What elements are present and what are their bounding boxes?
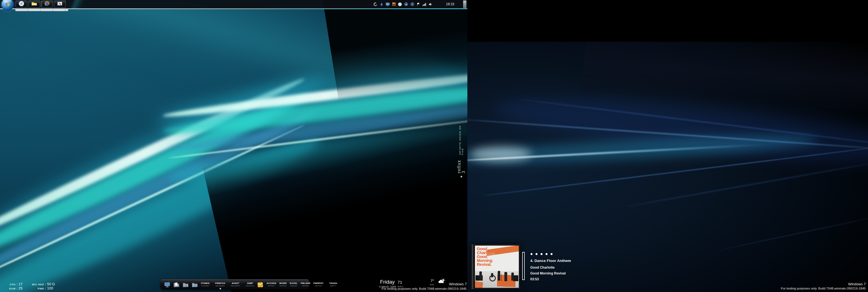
album-art[interactable]: GoodCharlotte.GoodMorningRevival. bbox=[471, 245, 520, 289]
track-title: 4. Dance Floor Anthem bbox=[530, 259, 571, 263]
weather-temperature: 7° bbox=[431, 279, 434, 283]
taskbar-button-explorer[interactable] bbox=[28, 1, 40, 8]
dock-item-powerpoint[interactable]: PWRPNTOFFICE bbox=[313, 282, 323, 287]
dock-item-label: ITUNES bbox=[201, 282, 210, 285]
dock-item-avast[interactable]: AVASTSECURITY bbox=[230, 282, 241, 287]
track-duration: 03:53 bbox=[530, 277, 571, 281]
taskbar-button-firefox[interactable] bbox=[41, 1, 53, 8]
band-silhouette bbox=[512, 272, 514, 281]
dock-item-word[interactable]: WORDOFFICE bbox=[279, 282, 287, 287]
stat-row: RAM|25PWR|100 bbox=[3, 286, 57, 290]
dock-item-firefox[interactable]: FIREFOXINTERNET bbox=[215, 282, 226, 287]
dock-item-label: EXCEL bbox=[290, 282, 298, 285]
stat-value: 25 bbox=[19, 286, 28, 290]
band-silhouette bbox=[501, 274, 502, 281]
date-day: Friday bbox=[380, 279, 395, 285]
taskbar-rim bbox=[0, 8, 467, 9]
rating-dot[interactable] bbox=[535, 253, 537, 255]
dock-item-sublabel: EMPTY bbox=[330, 285, 336, 287]
dock-item-apps-folder[interactable] bbox=[182, 280, 189, 289]
dock-item-trash[interactable]: TRASHEMPTY bbox=[329, 282, 338, 287]
dock-item-sublabel: INTERNET bbox=[216, 285, 225, 287]
stat-row: CPU|17Win HDD|50 G bbox=[3, 282, 57, 286]
dock-item-label: GIMP bbox=[247, 282, 253, 285]
dock-item-itunes[interactable]: ITUNESPLAYER bbox=[200, 282, 210, 287]
album-case-spine bbox=[471, 245, 475, 289]
svg-text:♪: ♪ bbox=[20, 2, 22, 6]
rating-dot[interactable] bbox=[546, 253, 548, 255]
dock-item-label: FIREFOX bbox=[215, 282, 225, 285]
clock[interactable]: 19:15 bbox=[443, 0, 457, 8]
svg-text:♪: ♪ bbox=[399, 3, 401, 6]
dock-item-excel[interactable]: EXCELOFFICE bbox=[289, 282, 298, 287]
stat-label: PWR bbox=[28, 287, 44, 290]
tray-volume-icon[interactable] bbox=[428, 2, 433, 6]
windows-watermark-build: For testing purposes only. Build 7048.wi… bbox=[781, 287, 866, 290]
tray-now-playing-album-icon[interactable] bbox=[392, 2, 396, 6]
dock-item-outlook[interactable] bbox=[257, 280, 264, 289]
stat-value: 17 bbox=[19, 282, 28, 286]
windows-watermark-os: Windows 7 bbox=[848, 282, 866, 286]
rating-dots[interactable] bbox=[530, 253, 571, 255]
firefox-icon bbox=[44, 1, 50, 8]
tray-display-icon[interactable] bbox=[385, 2, 390, 6]
svg-text:♪: ♪ bbox=[194, 283, 196, 287]
taskbar-button-seven-zip[interactable]: 7z bbox=[54, 1, 66, 8]
dock-item-sublabel: OFFICE bbox=[280, 285, 286, 287]
band-silhouette bbox=[498, 271, 500, 281]
dock-item-sublabel: OFFICE bbox=[315, 285, 322, 287]
track-album: Good Morning Revival bbox=[530, 271, 571, 275]
svg-text:7z: 7z bbox=[58, 2, 61, 5]
tray-badge-a-icon[interactable]: a bbox=[404, 2, 408, 6]
stat-value: 50 G bbox=[47, 282, 57, 286]
dock-item-publisher[interactable]: PBLSHROFFICE bbox=[301, 282, 311, 287]
dock-item-documents-folder[interactable] bbox=[173, 280, 180, 289]
rating-dot[interactable] bbox=[551, 253, 553, 255]
dock-item-sublabel: OFFICE bbox=[268, 285, 275, 287]
taskbar[interactable]: ♪7z ♪ai 19:15 bbox=[0, 0, 467, 8]
album-cover-orange-block bbox=[475, 281, 483, 288]
dock-item-sublabel: OFFICE bbox=[290, 285, 297, 287]
explorer-icon bbox=[31, 1, 37, 8]
taskbar-button-itunes[interactable]: ♪ bbox=[16, 1, 27, 8]
stat-value: 100 bbox=[47, 286, 57, 290]
stat-label: RAM bbox=[3, 287, 16, 290]
track-artist: Good Charlotte bbox=[530, 266, 571, 269]
album-cover: GoodCharlotte.GoodMorningRevival. bbox=[475, 246, 519, 288]
stat-label: Win HDD bbox=[28, 283, 44, 286]
monitor-left: ★ reflux 3 INFINITE SEVEN OH FIVE CPU|17… bbox=[0, 0, 467, 292]
stat-separator: | bbox=[44, 283, 47, 286]
wallpaper-subtitle: INFINITE SEVEN OH FIVE bbox=[459, 120, 464, 155]
tray-updater-swirl-icon[interactable] bbox=[373, 2, 377, 6]
band-silhouette bbox=[491, 273, 493, 277]
weather-icon bbox=[438, 278, 446, 285]
player-level-bar[interactable] bbox=[522, 252, 525, 280]
desktop: ★ reflux 3 INFINITE SEVEN OH FIVE CPU|17… bbox=[0, 0, 868, 292]
mail-count: 71 bbox=[398, 280, 402, 285]
tray-badge-i-icon[interactable]: i bbox=[410, 2, 414, 6]
album-cover-title-line: Revival. bbox=[477, 262, 495, 266]
tray-action-center-flag-icon[interactable] bbox=[416, 2, 421, 6]
taskbar-button-shelf bbox=[15, 9, 68, 11]
show-desktop-button[interactable] bbox=[463, 0, 467, 8]
dock-item-label: AVAST bbox=[232, 282, 239, 285]
rating-dot[interactable] bbox=[540, 253, 542, 255]
monitor-right: GoodCharlotte.GoodMorningRevival. 4. Dan… bbox=[467, 42, 868, 292]
dock-item-computer[interactable] bbox=[163, 280, 170, 289]
stat-separator: | bbox=[16, 287, 19, 290]
system-stats: CPU|17Win HDD|50 GRAM|25PWR|100 bbox=[3, 282, 57, 290]
wallpaper-title: reflux 3 bbox=[457, 157, 466, 173]
dock-item-label: PBLSHR bbox=[301, 282, 310, 285]
rating-dot[interactable] bbox=[530, 253, 532, 255]
dock[interactable]: ♪ITUNESPLAYERFIREFOXINTERNETAVASTSECURIT… bbox=[160, 279, 309, 290]
dock-item-access[interactable]: ACCESSOFFICE bbox=[266, 282, 277, 287]
tray-itunes-mini-icon[interactable]: ♪ bbox=[398, 2, 402, 6]
dock-item-music-folder[interactable]: ♪ bbox=[191, 280, 198, 289]
stat-separator: | bbox=[16, 283, 19, 286]
weather-status: N/A bbox=[430, 283, 434, 286]
tray-water-drop-icon[interactable] bbox=[379, 2, 384, 6]
tray-network-signal-icon[interactable] bbox=[422, 2, 427, 6]
band-silhouette bbox=[479, 271, 482, 280]
dock-item-label: WORD bbox=[279, 282, 287, 285]
dock-item-gimp[interactable]: GIMPGRAPHIC bbox=[245, 282, 254, 287]
